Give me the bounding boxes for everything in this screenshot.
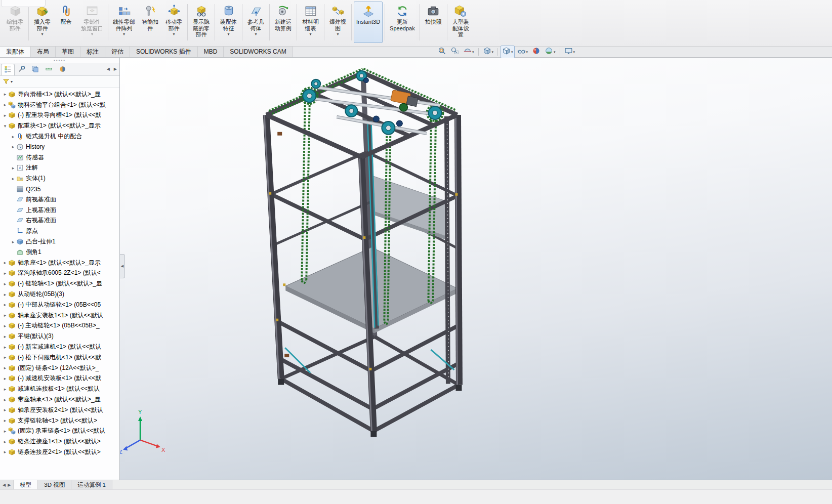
tree-expand-icon[interactable]: ▸ xyxy=(10,144,16,149)
tree-item[interactable]: ▸(-) 主动链轮<1> (05B<<05B>_ xyxy=(0,321,119,331)
tree-expand-icon[interactable]: ▸ xyxy=(2,271,8,276)
tree-expand-icon[interactable]: ▸ xyxy=(2,376,8,381)
dropdown-caret-icon[interactable]: ▾ xyxy=(41,32,43,36)
dropdown-caret-icon[interactable]: ▾ xyxy=(227,32,229,36)
hud-button-hide-show[interactable]: ▾ xyxy=(516,46,530,58)
tree-expand-icon[interactable]: ▸ xyxy=(2,345,8,350)
manager-tab-dimxpert[interactable] xyxy=(42,64,56,75)
dropdown-caret-icon[interactable]: ▾ xyxy=(554,50,556,54)
manager-tab-feature[interactable] xyxy=(1,64,15,75)
tree-item[interactable]: ▸支撑链轮轴<1> (默认<<默认> xyxy=(0,415,119,426)
tree-item[interactable]: ▸(-) 松下伺服电机<1> (默认<<默 xyxy=(0,352,119,363)
hud-button-display-style[interactable]: ▾ xyxy=(501,46,515,58)
ribbon-button-show-hidden[interactable]: 显示隐藏的零部件 xyxy=(190,2,213,43)
command-tab-4[interactable]: 评估 xyxy=(105,47,130,57)
hud-button-zoom-fit[interactable] xyxy=(436,46,448,58)
tree-item[interactable]: ▸(-) 链轮轴<1> (默认<<默认>_显 xyxy=(0,278,119,289)
tree-expand-icon[interactable]: ▸ xyxy=(2,292,8,297)
tree-item[interactable]: 传感器 xyxy=(0,152,119,163)
dropdown-caret-icon[interactable]: ▾ xyxy=(91,32,93,36)
manager-tab-display[interactable] xyxy=(56,64,69,75)
tree-item[interactable]: Q235 xyxy=(0,184,119,194)
command-tab-6[interactable]: MBD xyxy=(198,47,224,57)
tree-item[interactable]: ▸轴承座安装板2<1> (默认<<默认 xyxy=(0,405,119,415)
tree-item[interactable]: ▸链条连接座1<1> (默认<<默认> xyxy=(0,436,119,447)
tree-expand-icon[interactable]: ▸ xyxy=(2,407,8,412)
hud-button-edit-appearance[interactable] xyxy=(530,46,542,58)
viewport-3d[interactable]: Y X Z xyxy=(120,58,832,480)
document-tab-2[interactable]: 运动算例 1 xyxy=(71,480,112,489)
panel-collapse-handle[interactable]: ◀ xyxy=(120,254,125,278)
tree-item[interactable]: ▸轴承座安装板1<1> (默认<<默认 xyxy=(0,310,119,321)
ribbon-button-linear-pattern[interactable]: 线性零部件阵列▾ xyxy=(110,2,138,43)
tree-item[interactable]: ▸凸台-拉伸1 xyxy=(0,236,119,247)
tree-item[interactable]: ▸(-) 配重块导向槽<1> (默认<<默 xyxy=(0,110,119,121)
tree-expand-icon[interactable]: ▸ xyxy=(2,418,8,423)
ribbon-button-assembly-features[interactable]: 装配体特征▾ xyxy=(217,2,240,43)
tree-item[interactable]: 倒角1 xyxy=(0,247,119,258)
filter-funnel-icon[interactable] xyxy=(3,78,10,85)
manager-nav-left-icon[interactable]: ◀ xyxy=(105,66,111,72)
tree-expand-icon[interactable]: ▸ xyxy=(2,355,8,360)
tree-expand-icon[interactable]: ▸ xyxy=(2,281,8,286)
ribbon-button-large-assembly[interactable]: 大型装配体设置 xyxy=(449,2,472,43)
hud-button-apply-scene[interactable]: ▾ xyxy=(543,46,557,58)
command-tab-1[interactable]: 布局 xyxy=(31,47,56,57)
tree-expand-icon[interactable]: ▸ xyxy=(2,365,8,370)
dropdown-caret-icon[interactable]: ▾ xyxy=(472,50,474,54)
tree-item[interactable]: ▸带座轴承<1> (默认<<默认>_显 xyxy=(0,394,119,405)
tree-item[interactable]: ▸物料运输平台组合<1> (默认<<默 xyxy=(0,100,119,110)
tree-expand-icon[interactable]: ▾ xyxy=(2,123,8,129)
tree-item[interactable]: ▸导向滑槽<1> (默认<<默认>_显 xyxy=(0,89,119,100)
tree-item[interactable]: 上视基准面 xyxy=(0,205,119,216)
dropdown-caret-icon[interactable]: ▾ xyxy=(492,50,494,54)
tree-item[interactable]: ▸(-) 新宝减速机<1> (默认<<默认 xyxy=(0,342,119,352)
tree-item[interactable]: ▸从动链轮(05B)(3) xyxy=(0,289,119,300)
hud-button-zoom-area[interactable] xyxy=(449,46,461,58)
tree-item[interactable]: ▸A注解 xyxy=(0,163,119,174)
tree-item[interactable]: ▾配重块<1> (默认<<默认>_显示 xyxy=(0,120,119,131)
tree-item[interactable]: ▸(固定) 承重链条<1> (默认<<默认 xyxy=(0,426,119,437)
tree-expand-icon[interactable]: ▸ xyxy=(2,323,8,328)
dropdown-caret-icon[interactable]: ▾ xyxy=(526,50,528,54)
tree-item[interactable]: ▸轴承座<1> (默认<<默认>_显示 xyxy=(0,258,119,268)
doc-nav-left-icon[interactable]: ◀ xyxy=(3,483,6,487)
tree-expand-icon[interactable]: ▸ xyxy=(2,397,8,402)
tree-item[interactable]: ▸深沟球轴承6005-2Z<1> (默认< xyxy=(0,268,119,279)
tree-item[interactable]: ▸(-) 减速机安装板<1> (默认<<默 xyxy=(0,373,119,384)
tree-expand-icon[interactable]: ▸ xyxy=(2,334,8,339)
tree-expand-icon[interactable]: ▸ xyxy=(2,387,8,392)
tree-expand-icon[interactable]: ▸ xyxy=(2,302,8,307)
manager-nav-right-icon[interactable]: ▶ xyxy=(112,66,118,72)
command-tab-3[interactable]: 标注 xyxy=(80,47,105,57)
dropdown-caret-icon[interactable]: ▾ xyxy=(573,50,575,54)
dropdown-caret-icon[interactable]: ▾ xyxy=(173,32,175,36)
ribbon-button-instant3d[interactable]: Instant3D xyxy=(354,2,383,43)
hud-button-view-settings[interactable]: ▾ xyxy=(563,46,577,58)
hud-button-view-orientation[interactable]: ▾ xyxy=(481,46,495,58)
command-tab-2[interactable]: 草图 xyxy=(56,47,80,57)
tree-item[interactable]: ▸History xyxy=(0,142,119,152)
tree-expand-icon[interactable]: ▸ xyxy=(2,113,8,118)
ribbon-button-new-motion-study[interactable]: 新建运动算例 xyxy=(272,2,295,43)
ribbon-button-move-component[interactable]: 移动零部件▾ xyxy=(162,2,185,43)
command-tab-0[interactable]: 装配体 xyxy=(0,47,31,57)
tree-item[interactable]: ▸平键(默认)(3) xyxy=(0,331,119,342)
ribbon-button-update-speedpak[interactable]: 更新Speedpak xyxy=(387,2,418,43)
dropdown-caret-icon[interactable]: ▾ xyxy=(337,32,339,36)
tree-expand-icon[interactable]: ▸ xyxy=(2,429,8,434)
ribbon-button-bom[interactable]: 材料明细表▾ xyxy=(299,2,322,43)
dropdown-caret-icon[interactable]: ▾ xyxy=(309,32,311,36)
hud-button-section[interactable]: ▾ xyxy=(462,46,476,58)
ribbon-button-snapshot[interactable]: 拍快照 xyxy=(422,2,445,43)
tree-expand-icon[interactable]: ▸ xyxy=(10,134,16,139)
manager-tab-property[interactable] xyxy=(15,64,28,75)
document-tab-1[interactable]: 3D 视图 xyxy=(38,480,71,489)
tree-expand-icon[interactable]: ▸ xyxy=(10,239,16,244)
document-tab-0[interactable]: 模型 xyxy=(14,480,38,489)
dropdown-caret-icon[interactable]: ▾ xyxy=(511,50,513,54)
ribbon-button-reference-geometry[interactable]: 参考几何体▾ xyxy=(244,2,267,43)
dropdown-caret-icon[interactable]: ▾ xyxy=(255,32,257,36)
tree-expand-icon[interactable]: ▸ xyxy=(2,439,8,444)
tree-item[interactable]: 前视基准面 xyxy=(0,194,119,205)
